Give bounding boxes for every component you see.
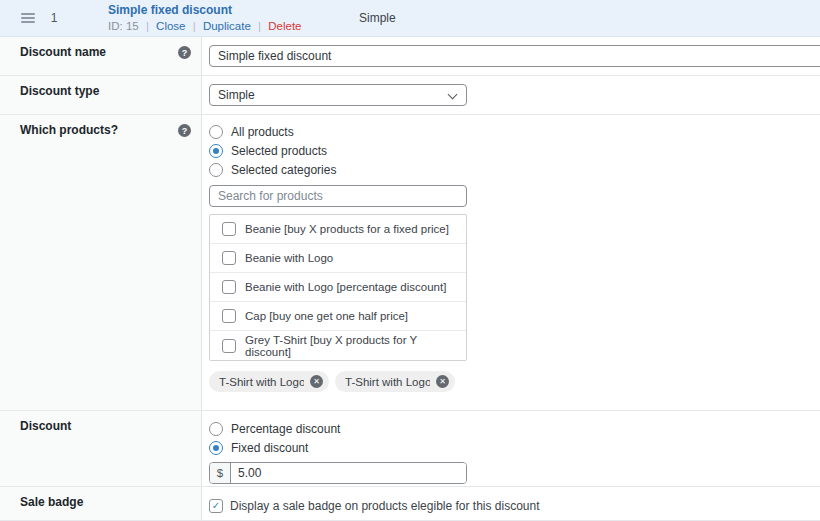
rule-id: ID: 15 (108, 20, 139, 32)
sale-badge-checkbox-row[interactable]: ✓ Display a sale badge on products elegi… (209, 499, 820, 513)
rule-type-value: Simple (359, 11, 396, 25)
sale-badge-checkbox-label: Display a sale badge on products elegibl… (230, 499, 540, 513)
radio-label: All products (231, 125, 294, 139)
radio-all-products[interactable]: All products (209, 122, 820, 141)
checkbox-icon[interactable] (222, 339, 236, 353)
checkbox-icon[interactable] (222, 280, 236, 294)
product-list: Beanie [buy X products for a fixed price… (209, 214, 467, 361)
row-sale-badge: Sale badge ✓ Display a sale badge on pro… (0, 487, 820, 521)
row-discount-name: Discount name ? (0, 37, 820, 76)
which-products-label: Which products? (20, 124, 118, 137)
rule-actions: ID: 15 | Close | Duplicate | Delete (108, 19, 343, 33)
radio-label: Percentage discount (231, 422, 340, 436)
discount-name-input[interactable] (209, 45, 820, 67)
radio-fixed-discount[interactable]: Fixed discount (209, 438, 820, 457)
discount-type-select-wrap: Simple (209, 84, 467, 106)
close-link[interactable]: Close (156, 20, 185, 32)
discount-rule-editor: 1 Simple fixed discount ID: 15 | Close |… (0, 0, 820, 521)
product-list-item[interactable]: Beanie with Logo (210, 244, 466, 273)
tag-label: T-Shirt with Logo (219, 376, 304, 388)
duplicate-link[interactable]: Duplicate (203, 20, 251, 32)
checkbox-checked-icon[interactable]: ✓ (209, 499, 223, 513)
radio-selected-products[interactable]: Selected products (209, 141, 820, 160)
radio-icon (209, 422, 223, 436)
checkbox-icon[interactable] (222, 251, 236, 265)
radio-checked-icon (209, 441, 223, 455)
rule-number: 1 (44, 11, 64, 25)
radio-selected-categories[interactable]: Selected categories (209, 160, 820, 179)
row-discount-type: Discount type Simple (0, 76, 820, 115)
delete-link[interactable]: Delete (268, 20, 301, 32)
currency-prefix: $ (210, 463, 231, 483)
selected-product-tag: T-Shirt with Logo [fixed di… ✕ (335, 371, 455, 392)
separator: | (146, 20, 149, 32)
product-label: Beanie with Logo (245, 252, 333, 264)
rule-title-link[interactable]: Simple fixed discount (108, 3, 343, 18)
product-label: Grey T-Shirt [buy X products for Y disco… (245, 334, 466, 358)
discount-type-select[interactable]: Simple (209, 84, 467, 106)
discount-amount-group: $ (209, 462, 467, 484)
tag-label: T-Shirt with Logo [fixed di… (345, 376, 430, 388)
selected-product-tag: T-Shirt with Logo ✕ (209, 371, 329, 392)
row-which-products: Which products? ? All products Selected … (0, 115, 820, 411)
help-icon[interactable]: ? (178, 46, 191, 59)
product-label: Beanie [buy X products for a fixed price… (245, 223, 449, 235)
help-icon[interactable]: ? (178, 124, 191, 137)
product-list-item[interactable]: Beanie with Logo [percentage discount] (210, 273, 466, 302)
sale-badge-label: Sale badge (20, 496, 83, 509)
product-label: Cap [buy one get one half price] (245, 310, 408, 322)
radio-percentage-discount[interactable]: Percentage discount (209, 419, 820, 438)
discount-name-label: Discount name (20, 46, 106, 59)
product-search-input[interactable] (209, 185, 467, 207)
product-list-item[interactable]: Grey T-Shirt [buy X products for Y disco… (210, 331, 466, 360)
radio-label: Fixed discount (231, 441, 308, 455)
separator: | (193, 20, 196, 32)
remove-tag-icon[interactable]: ✕ (436, 375, 449, 388)
remove-tag-icon[interactable]: ✕ (310, 375, 323, 388)
row-discount: Discount Percentage discount Fixed disco… (0, 411, 820, 487)
rule-title-block: Simple fixed discount ID: 15 | Close | D… (108, 3, 343, 33)
separator: | (258, 20, 261, 32)
radio-label: Selected products (231, 144, 327, 158)
discount-label: Discount (20, 420, 71, 433)
radio-icon (209, 125, 223, 139)
discount-amount-input[interactable] (231, 463, 466, 483)
radio-label: Selected categories (231, 163, 336, 177)
rule-header-row: 1 Simple fixed discount ID: 15 | Close |… (0, 0, 820, 37)
checkbox-icon[interactable] (222, 309, 236, 323)
radio-checked-icon (209, 144, 223, 158)
selected-product-tags: T-Shirt with Logo ✕ T-Shirt with Logo [f… (209, 371, 820, 392)
discount-type-label: Discount type (20, 85, 99, 98)
drag-handle-icon[interactable] (21, 13, 35, 23)
product-label: Beanie with Logo [percentage discount] (245, 281, 446, 293)
radio-icon (209, 163, 223, 177)
product-list-item[interactable]: Beanie [buy X products for a fixed price… (210, 215, 466, 244)
checkbox-icon[interactable] (222, 222, 236, 236)
product-list-item[interactable]: Cap [buy one get one half price] (210, 302, 466, 331)
